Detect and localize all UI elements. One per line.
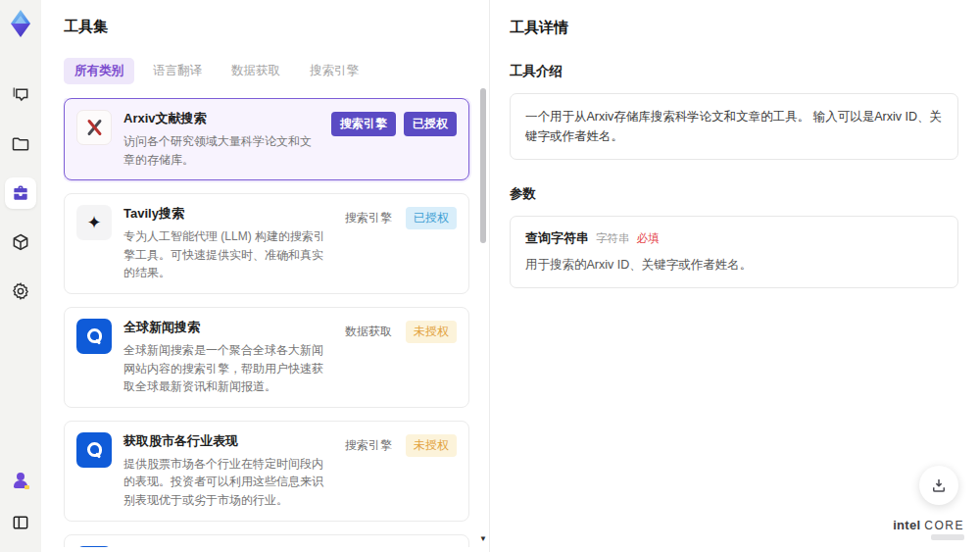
- category-tabs: 所有类别语言翻译数据获取搜索引擎: [64, 58, 483, 84]
- auth-status-badge: 未授权: [406, 321, 457, 343]
- user-icon: [12, 472, 29, 489]
- sidebar-nav: [5, 79, 36, 307]
- tool-badges: 搜索引擎 已授权: [331, 110, 457, 136]
- intel-core-subtext: [931, 534, 964, 540]
- tool-name: 全球新闻搜索: [123, 319, 329, 336]
- page-title: 工具集: [64, 18, 483, 36]
- intro-box: 一个用于从Arxiv存储库搜索科学论文和文章的工具。 输入可以是Arxiv ID…: [510, 93, 958, 160]
- tool-list: Arxiv文献搜索 访问各个研究领域大量科学论文和文章的存储库。 搜索引擎 已授…: [64, 98, 483, 547]
- tool-badges: 搜索引擎 未授权: [339, 432, 457, 457]
- sidebar-item-settings[interactable]: [5, 276, 36, 307]
- sidebar-item-packages[interactable]: [5, 226, 36, 258]
- chat-icon: [11, 85, 30, 105]
- tool-icon: [76, 110, 112, 145]
- tool-card[interactable]: ✦ Tavily搜索 专为人工智能代理 (LLM) 构建的搜索引擎工具。可快速提…: [64, 193, 469, 294]
- tool-name: Arxiv文献搜索: [123, 110, 321, 127]
- param-header: 查询字符串 字符串 必填: [525, 229, 943, 247]
- tool-description: 提供股票市场各个行业在特定时间段内的表现。投资者可以利用这些信息来识别表现优于或…: [123, 455, 329, 510]
- tool-name: Tavily搜索: [123, 205, 329, 223]
- download-icon: [930, 477, 948, 494]
- auth-status-badge: 已授权: [406, 207, 457, 229]
- category-badge: 搜索引擎: [331, 112, 396, 136]
- folder-icon: [11, 134, 30, 154]
- category-tab-all[interactable]: 所有类别: [64, 58, 134, 84]
- magnifier-icon: [87, 442, 102, 457]
- gear-icon: [11, 281, 30, 301]
- category-badge: 数据获取: [339, 321, 398, 343]
- tool-description: 专为人工智能代理 (LLM) 构建的搜索引擎工具。可快速提供实时、准确和真实的结…: [123, 227, 329, 282]
- tool-info: 全球新闻搜索 全球新闻搜索是一个聚合全球各大新闻网站内容的搜索引擎，帮助用户快速…: [123, 319, 339, 396]
- package-icon: [11, 232, 30, 252]
- category-badge: 搜索引擎: [339, 207, 398, 229]
- user-avatar[interactable]: [5, 470, 36, 491]
- core-wordmark: CORE: [924, 519, 964, 532]
- tool-badges: 搜索引擎 已授权: [339, 205, 457, 229]
- auth-status-badge: 已授权: [404, 112, 457, 136]
- tool-description: 访问各个研究领域大量科学论文和文章的存储库。: [123, 132, 321, 169]
- param-type: 字符串: [596, 231, 630, 246]
- list-scrollbar[interactable]: ▼: [479, 86, 487, 547]
- intel-core-logo: intel CORE: [893, 519, 964, 540]
- tool-card[interactable]: Arxiv文献搜索 访问各个研究领域大量科学论文和文章的存储库。 搜索引擎 已授…: [64, 98, 469, 180]
- intro-text: 一个用于从Arxiv存储库搜索科学论文和文章的工具。 输入可以是Arxiv ID…: [525, 107, 943, 146]
- collapse-sidebar-button[interactable]: [5, 507, 36, 538]
- tool-info: Tavily搜索 专为人工智能代理 (LLM) 构建的搜索引擎工具。可快速提供实…: [123, 205, 339, 282]
- scrollbar-thumb[interactable]: [480, 88, 486, 243]
- category-tab-search[interactable]: 搜索引擎: [299, 58, 369, 84]
- category-badge: 搜索引擎: [339, 434, 398, 457]
- param-name: 查询字符串: [525, 229, 589, 247]
- app-window: 工具集 所有类别语言翻译数据获取搜索引擎 Arxiv文献搜索 访问各个研究领域大…: [0, 0, 980, 552]
- tool-icon: [76, 432, 112, 468]
- auth-status-badge: 未授权: [406, 434, 457, 457]
- tool-card[interactable]: 全球新闻搜索 全球新闻搜索是一个聚合全球各大新闻网站内容的搜索引擎，帮助用户快速…: [64, 307, 469, 408]
- param-description: 用于搜索的Arxiv ID、关键字或作者姓名。: [525, 256, 943, 275]
- download-button[interactable]: [919, 466, 958, 505]
- tool-list-panel: 工具集 所有类别语言翻译数据获取搜索引擎 Arxiv文献搜索 访问各个研究领域大…: [41, 0, 490, 552]
- tool-icon: ✦: [76, 205, 112, 240]
- tool-info: 获取股市各行业表现 提供股票市场各个行业在特定时间段内的表现。投资者可以利用这些…: [123, 432, 339, 510]
- sidebar-item-toolbox[interactable]: [5, 177, 36, 209]
- layout-panel-icon: [11, 513, 30, 532]
- icon-glyph: ✦: [86, 212, 101, 233]
- params-heading: 参数: [510, 185, 958, 203]
- category-tab-data[interactable]: 数据获取: [220, 58, 291, 84]
- tool-info: Arxiv文献搜索 访问各个研究领域大量科学论文和文章的存储库。: [123, 110, 331, 169]
- app-logo-icon: [7, 9, 34, 38]
- magnifier-icon: [87, 328, 102, 343]
- tool-icon: [76, 319, 112, 354]
- tool-icon: [76, 546, 112, 547]
- toolbox-icon: [11, 183, 30, 203]
- tool-info: 获取市场最活跃股票信息 提供当天交易量最高的股票列表，投资者可以利用这些信息来识…: [123, 546, 339, 547]
- category-tab-translate[interactable]: 语言翻译: [142, 58, 213, 84]
- icon-sidebar: [0, 0, 41, 552]
- tool-card[interactable]: 获取股市各行业表现 提供股票市场各个行业在特定时间段内的表现。投资者可以利用这些…: [64, 421, 469, 522]
- sidebar-bottom: [5, 470, 36, 538]
- tool-name: 获取市场最活跃股票信息: [123, 546, 329, 547]
- param-required-badge: 必填: [637, 231, 660, 246]
- detail-title: 工具详情: [510, 19, 958, 37]
- intro-heading: 工具介绍: [510, 63, 958, 80]
- tool-badges: 搜索引擎 未授权: [339, 546, 457, 547]
- tool-card[interactable]: 获取市场最活跃股票信息 提供当天交易量最高的股票列表，投资者可以利用这些信息来识…: [64, 534, 469, 547]
- tool-description: 全球新闻搜索是一个聚合全球各大新闻网站内容的搜索引擎，帮助用户快速获取全球最新资…: [123, 341, 329, 396]
- param-box: 查询字符串 字符串 必填 用于搜索的Arxiv ID、关键字或作者姓名。: [510, 216, 958, 288]
- intel-wordmark: intel: [893, 518, 920, 532]
- tool-name: 获取股市各行业表现: [123, 432, 329, 450]
- scrollbar-down-arrow[interactable]: ▼: [479, 535, 487, 543]
- tool-detail-panel: 工具详情 工具介绍 一个用于从Arxiv存储库搜索科学论文和文章的工具。 输入可…: [490, 0, 980, 552]
- sidebar-item-chat[interactable]: [5, 79, 36, 111]
- tool-badges: 数据获取 未授权: [339, 319, 457, 343]
- sidebar-item-files[interactable]: [5, 128, 36, 160]
